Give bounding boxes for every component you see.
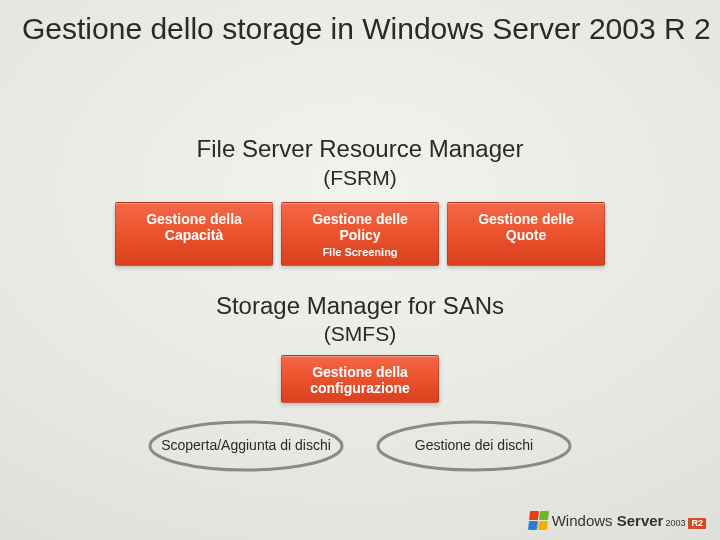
ellipse-discovery-label: Scoperta/Aggiunta di dischi [146, 418, 346, 474]
block-capacity-l1: Gestione della [146, 211, 242, 227]
section1-sub: (FSRM) [0, 166, 720, 190]
section2-top-row: Gestione della configurazione [0, 355, 720, 403]
section1-row: Gestione della Capacità Gestione delle P… [0, 202, 720, 266]
section2-sub: (SMFS) [0, 322, 720, 346]
block-quota-l2: Quote [506, 227, 546, 243]
brand-prefix: Windows [552, 512, 613, 529]
slide: Gestione dello storage in Windows Server… [0, 0, 720, 540]
footer-logo-text: Windows Server2003R2 [552, 513, 706, 529]
section2-ellipse-row: Scoperta/Aggiunta di dischi Gestione dei… [0, 418, 720, 474]
block-config-l1: Gestione della [312, 364, 408, 380]
ellipse-discovery: Scoperta/Aggiunta di dischi [146, 418, 346, 474]
block-capacity-l2: Capacità [165, 227, 223, 243]
block-policy-l1: Gestione delle [312, 211, 408, 227]
block-policy: Gestione delle Policy File Screening [281, 202, 439, 266]
section2-heading: Storage Manager for SANs [0, 292, 720, 320]
brand-year: 2003 [665, 518, 685, 528]
block-capacity: Gestione della Capacità [115, 202, 273, 266]
slide-title: Gestione dello storage in Windows Server… [22, 12, 711, 47]
block-policy-small: File Screening [286, 246, 434, 259]
ellipse-disks: Gestione dei dischi [374, 418, 574, 474]
block-config: Gestione della configurazione [281, 355, 439, 403]
brand-suffix: Server [617, 512, 664, 529]
block-policy-l2: Policy [339, 227, 380, 243]
block-quota: Gestione delle Quote [447, 202, 605, 266]
block-config-l2: configurazione [310, 380, 410, 396]
windows-flag-icon [528, 511, 549, 530]
section1-heading: File Server Resource Manager [0, 135, 720, 163]
block-quota-l1: Gestione delle [478, 211, 574, 227]
ellipse-disks-label: Gestione dei dischi [374, 418, 574, 474]
r2-badge: R2 [688, 518, 706, 529]
footer-logo: Windows Server2003R2 [529, 511, 706, 530]
